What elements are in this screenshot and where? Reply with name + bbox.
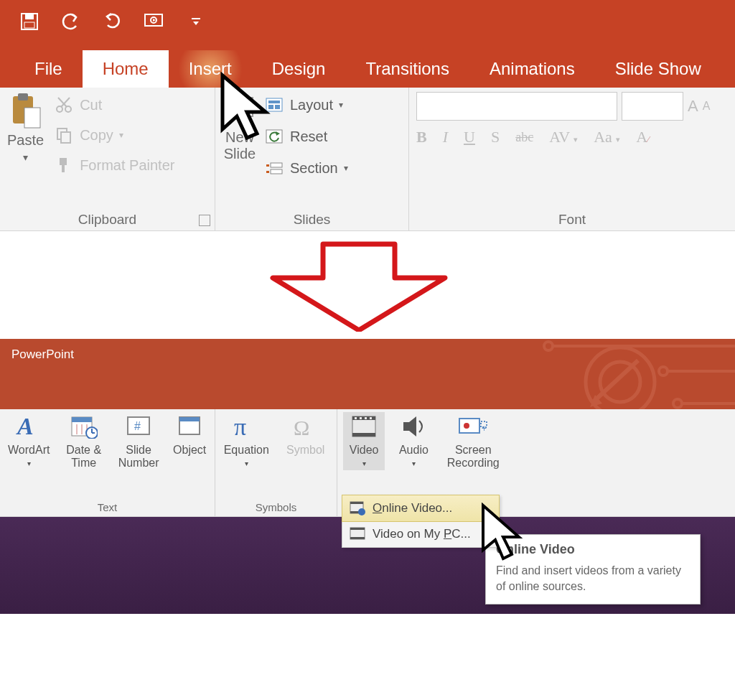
object-button[interactable]: Object: [170, 412, 209, 470]
wordart-button[interactable]: A WordArt ▾: [6, 412, 52, 470]
new-slide-icon: [223, 92, 257, 126]
svg-marker-34: [273, 244, 445, 330]
audio-button[interactable]: Audio ▾: [393, 412, 434, 470]
video-button[interactable]: Video ▾: [343, 412, 385, 470]
svg-rect-2: [24, 22, 34, 28]
tab-home[interactable]: Home: [83, 50, 169, 88]
slide-number-icon: #: [126, 412, 151, 441]
change-case-button[interactable]: Aa ▾: [594, 128, 620, 146]
grow-font-button[interactable]: A: [688, 97, 698, 116]
undo-icon: [60, 13, 82, 30]
undo-button[interactable]: [59, 9, 83, 34]
tab-animations[interactable]: Animations: [469, 50, 595, 88]
scissors-icon: [54, 95, 74, 115]
object-icon: [178, 412, 201, 441]
svg-text:#: #: [134, 420, 141, 432]
svg-point-43: [673, 399, 682, 408]
film-icon: [351, 412, 377, 441]
copy-icon: [54, 125, 74, 145]
date-time-button[interactable]: Date & Time: [60, 412, 106, 470]
paintbrush-icon: [54, 155, 74, 175]
section-button[interactable]: Section ▾: [263, 155, 350, 181]
svg-text:Ω: Ω: [294, 416, 309, 439]
start-slideshow-button[interactable]: [142, 9, 167, 34]
svg-point-39: [544, 342, 553, 350]
tab-file[interactable]: File: [14, 50, 83, 88]
new-slide-button[interactable]: New Slide: [223, 92, 257, 209]
svg-rect-31: [266, 164, 269, 167]
svg-text:π: π: [234, 414, 246, 439]
group-clipboard: Paste ▾ Cut Copy ▾: [0, 88, 215, 230]
equation-button[interactable]: π Equation ▾: [221, 412, 272, 468]
down-arrow-icon: [266, 238, 452, 332]
clear-formatting-button[interactable]: A⁄: [636, 128, 649, 146]
cut-button[interactable]: Cut: [52, 92, 176, 118]
svg-rect-17: [60, 158, 67, 165]
save-button[interactable]: [17, 9, 42, 34]
svg-rect-77: [350, 528, 365, 530]
group-symbols: π Equation ▾ Ω Symbol Symbols: [215, 409, 337, 516]
paste-button[interactable]: Paste ▾: [7, 92, 44, 209]
svg-rect-16: [61, 132, 70, 143]
underline-button[interactable]: U: [464, 128, 475, 146]
date-time-label: Date & Time: [60, 444, 106, 470]
tooltip-online-video: Online Video Find and insert videos from…: [485, 534, 701, 605]
italic-button[interactable]: I: [443, 128, 448, 146]
font-name-combo[interactable]: [416, 92, 617, 121]
slide-number-label: Slide Number: [116, 444, 161, 470]
tab-transitions[interactable]: Transitions: [345, 50, 469, 88]
omega-icon: Ω: [292, 412, 319, 441]
chevron-down-icon: ▾: [27, 459, 31, 468]
group-slides: New Slide Layout ▾ Reset: [215, 88, 409, 230]
new-slide-label: New Slide: [224, 129, 256, 162]
instruction-arrow: [0, 231, 735, 339]
svg-text:+: +: [482, 424, 487, 434]
cut-label: Cut: [80, 97, 102, 113]
chevron-down-icon: ▾: [344, 163, 348, 173]
home-ribbon: Paste ▾ Cut Copy ▾: [0, 88, 735, 231]
svg-marker-5: [153, 19, 156, 22]
svg-rect-1: [25, 14, 34, 19]
paste-icon: [10, 92, 42, 129]
text-shadow-button[interactable]: S: [491, 128, 500, 146]
symbol-button[interactable]: Ω Symbol: [281, 412, 332, 468]
shrink-font-button[interactable]: A: [703, 100, 711, 113]
customize-qat-button[interactable]: [184, 9, 208, 34]
char-spacing-button[interactable]: AV ▾: [549, 128, 578, 146]
redo-icon: [103, 12, 122, 31]
format-painter-button[interactable]: Format Painter: [52, 152, 176, 178]
layout-button[interactable]: Layout ▾: [263, 92, 350, 118]
redo-button[interactable]: [100, 9, 125, 34]
svg-rect-73: [350, 502, 363, 504]
slide-number-button[interactable]: # Slide Number: [116, 412, 161, 470]
copy-button[interactable]: Copy ▾: [52, 122, 176, 148]
tab-insert[interactable]: Insert: [169, 50, 252, 88]
menu-item-video-on-my-pc[interactable]: Video on My PC...: [342, 521, 499, 547]
pi-icon: π: [233, 412, 260, 441]
font-size-combo[interactable]: [622, 92, 683, 121]
svg-rect-78: [350, 537, 365, 539]
svg-rect-25: [268, 105, 273, 109]
strikethrough-button[interactable]: abc: [515, 130, 533, 145]
screen-recording-icon: +: [458, 412, 488, 441]
format-painter-label: Format Painter: [80, 157, 174, 174]
tab-slideshow[interactable]: Slide Show: [595, 50, 721, 88]
svg-rect-9: [18, 93, 28, 101]
decorative-circuit-icon: [477, 339, 735, 409]
reset-button[interactable]: Reset: [263, 123, 350, 149]
svg-rect-63: [355, 417, 357, 419]
tab-design[interactable]: Design: [252, 50, 346, 88]
svg-rect-26: [275, 105, 280, 109]
clipboard-launcher[interactable]: [199, 215, 210, 226]
screen-recording-button[interactable]: + Screen Recording: [443, 412, 504, 470]
layout-icon: [264, 95, 284, 115]
tooltip-body: Find and insert videos from a variety of…: [496, 563, 690, 594]
svg-point-41: [659, 367, 668, 375]
font-group-label: Font: [416, 209, 728, 228]
group-font: A A B I U S abc AV ▾ Aa ▾ A⁄ Font: [409, 88, 735, 230]
menu-item-online-video[interactable]: Online Video...: [342, 495, 500, 522]
reset-label: Reset: [290, 129, 327, 145]
title-bar: PowerPoint: [0, 339, 735, 409]
svg-rect-30: [271, 169, 282, 174]
bold-button[interactable]: B: [416, 128, 427, 146]
